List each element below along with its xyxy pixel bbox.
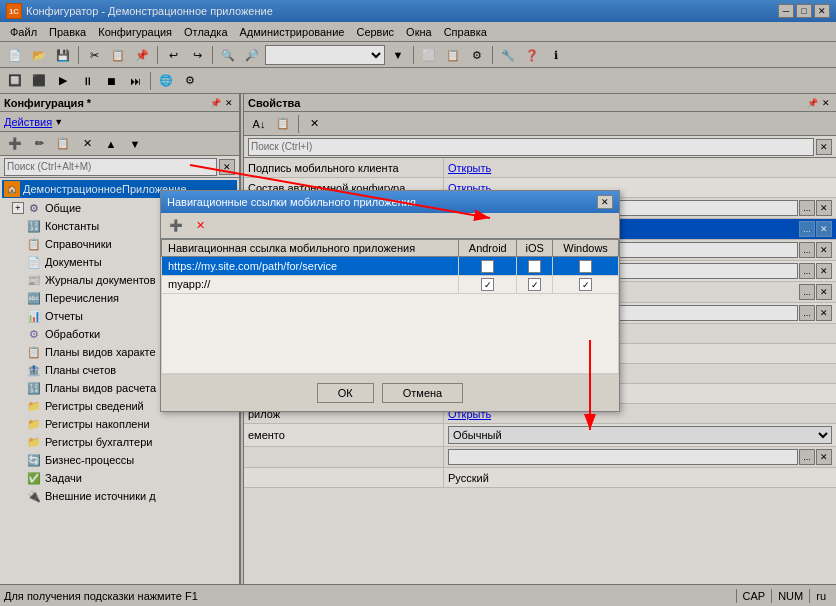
checkbox-windows-0[interactable]	[579, 260, 592, 273]
dialog-content: Навигационная ссылка мобильного приложен…	[161, 239, 619, 374]
dialog-close-btn[interactable]: ✕	[597, 195, 613, 209]
col-header-windows: Windows	[553, 240, 619, 257]
dialog-del-btn[interactable]: ✕	[189, 215, 211, 237]
dialog-cell-url-1: myapp://	[162, 275, 459, 294]
checkbox-ios-1[interactable]	[528, 278, 541, 291]
dialog-ok-btn[interactable]: ОК	[317, 383, 374, 403]
checkbox-android-1[interactable]	[481, 278, 494, 291]
dialog-add-btn[interactable]: ➕	[165, 215, 187, 237]
dialog-title-text: Навигационные ссылки мобильного приложен…	[167, 196, 416, 208]
dialog-empty-row	[162, 294, 619, 374]
dialog-table: Навигационная ссылка мобильного приложен…	[161, 239, 619, 374]
dialog-row-0[interactable]: https://my.site.com/path/for/service	[162, 257, 619, 276]
dialog-cell-windows-1[interactable]	[553, 275, 619, 294]
dialog-cell-android-0[interactable]	[459, 257, 517, 276]
dialog-cell-android-1[interactable]	[459, 275, 517, 294]
col-header-ios: iOS	[517, 240, 553, 257]
dialog-cell-url-0: https://my.site.com/path/for/service	[162, 257, 459, 276]
checkbox-ios-0[interactable]	[528, 260, 541, 273]
dialog-title-bar: Навигационные ссылки мобильного приложен…	[161, 191, 619, 213]
checkbox-windows-1[interactable]	[579, 278, 592, 291]
dialog-cell-ios-1[interactable]	[517, 275, 553, 294]
col-header-android: Android	[459, 240, 517, 257]
dialog-cell-ios-0[interactable]	[517, 257, 553, 276]
dialog-cancel-btn[interactable]: Отмена	[382, 383, 463, 403]
checkbox-android-0[interactable]	[481, 260, 494, 273]
col-header-url: Навигационная ссылка мобильного приложен…	[162, 240, 459, 257]
dialog-cell-windows-0[interactable]	[553, 257, 619, 276]
nav-links-dialog: Навигационные ссылки мобильного приложен…	[160, 190, 620, 412]
dialog-toolbar: ➕ ✕	[161, 213, 619, 239]
dialog-footer: ОК Отмена	[161, 374, 619, 411]
dialog-row-1[interactable]: myapp://	[162, 275, 619, 294]
